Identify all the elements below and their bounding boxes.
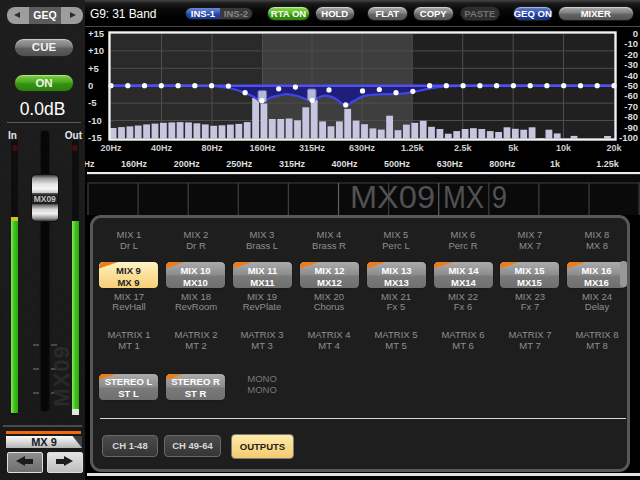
svg-text:-60: -60 [624,90,638,101]
svg-text:+5: +5 [88,63,100,74]
svg-text:160Hz: 160Hz [249,143,276,153]
svg-text:2.5k: 2.5k [454,143,473,153]
svg-text:-100: -100 [619,132,638,143]
svg-text:0: 0 [88,80,93,91]
svg-text:800Hz: 800Hz [489,159,516,169]
svg-text:-5: -5 [88,97,97,108]
svg-text:-90: -90 [624,122,638,133]
svg-text:500Hz: 500Hz [384,159,411,169]
svg-text:20Hz: 20Hz [100,143,122,153]
svg-text:-10: -10 [88,115,102,126]
svg-text:80Hz: 80Hz [201,143,223,153]
svg-text:-40: -40 [624,70,638,81]
svg-text:630Hz: 630Hz [349,143,376,153]
svg-text:-30: -30 [624,59,638,70]
svg-text:200Hz: 200Hz [174,159,201,169]
svg-text:250Hz: 250Hz [226,159,253,169]
svg-text:+10: +10 [88,45,104,56]
svg-text:160Hz: 160Hz [121,159,148,169]
svg-text:20k: 20k [606,143,622,153]
svg-text:1k: 1k [550,159,561,169]
svg-text:-10: -10 [624,38,638,49]
svg-text:10k: 10k [556,143,572,153]
svg-text:-20: -20 [624,49,638,60]
svg-text:315Hz: 315Hz [279,159,306,169]
svg-text:+15: +15 [88,28,105,39]
svg-text:1.25k: 1.25k [401,143,425,153]
svg-text:315Hz: 315Hz [299,143,326,153]
svg-text:-50: -50 [624,80,638,91]
svg-text:MX09: MX09 [350,180,435,215]
svg-text:-15: -15 [88,132,102,143]
svg-text:5k: 5k [508,143,519,153]
svg-text:630Hz: 630Hz [437,159,464,169]
svg-text:0: 0 [633,28,638,39]
svg-text:125Hz: 125Hz [85,159,95,169]
svg-text:-70: -70 [624,101,638,112]
svg-text:1.25k: 1.25k [596,159,620,169]
svg-text:40Hz: 40Hz [151,143,173,153]
svg-text:-80: -80 [624,111,638,122]
svg-text:MX 9: MX 9 [443,180,507,215]
svg-text:400Hz: 400Hz [331,159,358,169]
